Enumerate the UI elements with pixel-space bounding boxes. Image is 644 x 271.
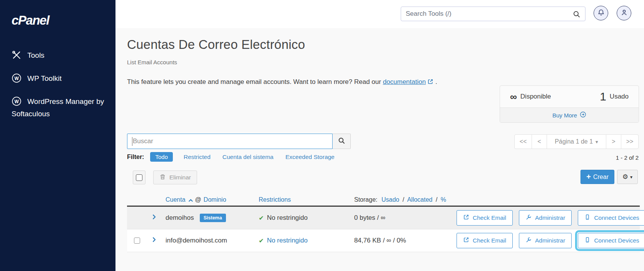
row-expand-cell (146, 214, 160, 222)
tool-search (401, 7, 585, 21)
documentation-link[interactable]: documentation (383, 78, 426, 85)
account-name: demoihos (166, 214, 194, 222)
external-link-icon (463, 214, 469, 222)
used-value: 1 (600, 91, 606, 102)
buy-more-link[interactable]: Buy More (500, 108, 639, 122)
slash-separator: / (403, 196, 404, 203)
row-checkbox[interactable] (134, 238, 140, 244)
main-content: Cuentas De Correo Electrónico List Email… (115, 28, 644, 271)
manage-button[interactable]: Administrar (519, 210, 572, 226)
row-account-cell: demoihos Sistema (160, 214, 254, 222)
wordpress-icon: W (12, 73, 22, 83)
row-actions-cell: Check Email Administrar Connect Devices (457, 233, 644, 248)
sidebar-item-wp-toolkit[interactable]: W WP Toolkit (0, 67, 115, 90)
pagination-page-label: Página 1 de 1 (555, 138, 593, 145)
restriction-status: No restringido (267, 214, 308, 222)
settings-button[interactable]: ⚙ ▾ (617, 170, 638, 184)
sort-storage-allocated-link[interactable]: Allocated (407, 196, 433, 203)
intro-sentence: This feature lets you create and manage … (127, 78, 381, 85)
system-badge: Sistema (200, 214, 226, 222)
row-account-cell: info@demoihost.com (160, 237, 254, 244)
mobile-device-icon (584, 214, 590, 222)
sort-domain-link[interactable]: Dominio (204, 196, 226, 203)
connect-devices-button-highlighted[interactable]: Connect Devices (578, 233, 644, 248)
check-icon: ✔ (259, 237, 264, 244)
filter-system-account[interactable]: Cuenta del sistema (222, 154, 274, 161)
check-email-button[interactable]: Check Email (457, 210, 513, 226)
quota-panel: ∞ Disponible 1 Usado Buy More (500, 85, 639, 123)
svg-text:W: W (14, 99, 19, 104)
check-email-label: Check Email (473, 237, 506, 244)
mobile-device-icon (584, 237, 590, 244)
wrench-icon (525, 237, 532, 244)
search-icon (573, 10, 580, 18)
pagination-next-button[interactable]: > (606, 134, 621, 149)
create-button[interactable]: + Crear (580, 170, 614, 184)
user-icon (620, 8, 628, 18)
connect-devices-label: Connect Devices (594, 237, 639, 244)
pagination-prev-button[interactable]: < (532, 134, 547, 149)
notifications-button[interactable] (594, 6, 608, 20)
plus-icon: + (586, 173, 591, 181)
bulk-actions: Eliminar (133, 171, 197, 184)
row-restrictions-cell: ✔ No restringido (254, 214, 349, 222)
row-storage-cell: 0 bytes / ∞ (349, 214, 457, 222)
filter-label: Filter: (127, 154, 144, 161)
search-tools-input[interactable] (401, 7, 585, 21)
user-menu-button[interactable] (617, 6, 631, 20)
filter-restricted[interactable]: Restricted (184, 154, 211, 161)
sort-storage-used-link[interactable]: Usado (381, 196, 399, 203)
filter-bar: Filter: Todo Restricted Cuenta del siste… (127, 152, 346, 162)
buy-more-label: Buy More (552, 112, 577, 119)
sidebar-nav: Tools W WP Toolkit W WordPress Manager b… (0, 44, 115, 125)
sort-ascending-icon (188, 197, 193, 202)
available-label: Disponible (520, 93, 551, 100)
quota-available: ∞ Disponible (510, 92, 551, 102)
row-expand-cell (146, 237, 160, 244)
check-email-button[interactable]: Check Email (457, 233, 513, 248)
chevron-right-icon[interactable] (151, 214, 157, 220)
delete-button[interactable]: Eliminar (153, 171, 197, 184)
account-name: info@demoihost.com (166, 237, 227, 244)
account-search-input[interactable] (127, 134, 332, 149)
manage-button[interactable]: Administrar (519, 233, 572, 248)
filter-all[interactable]: Todo (150, 152, 173, 162)
chevron-right-icon[interactable] (151, 237, 157, 243)
sort-storage-percent-link[interactable]: % (441, 196, 446, 203)
chevron-down-icon: ▾ (630, 174, 632, 180)
search-icon (338, 137, 345, 146)
pagination-last-button[interactable]: >> (621, 134, 639, 149)
check-email-label: Check Email (473, 214, 506, 221)
create-controls: + Crear ⚙ ▾ (580, 170, 638, 184)
connect-devices-button[interactable]: Connect Devices (578, 210, 644, 226)
trash-icon (159, 174, 166, 182)
filter-exceeded-storage[interactable]: Exceeded Storage (285, 154, 335, 161)
manage-label: Administrar (535, 214, 565, 221)
restriction-status-link[interactable]: No restringido (267, 237, 308, 244)
page-title: Cuentas De Correo Electrónico (127, 37, 305, 52)
table-row-account: info@demoihost.com ✔ No restringido 84,7… (127, 229, 640, 252)
row-checkbox-cell (127, 238, 146, 244)
select-all-button[interactable] (133, 171, 146, 184)
sidebar-item-wordpress-manager[interactable]: W WordPress Manager by Softaculous (0, 90, 115, 125)
sort-account-link[interactable]: Cuenta (166, 196, 186, 203)
sidebar-item-label: Tools (27, 51, 44, 59)
row-storage-cell: 84,76 KB / ∞ / 0% (349, 237, 457, 244)
sidebar-item-label: WordPress Manager by Softaculous (12, 97, 104, 118)
external-link-icon (463, 237, 469, 244)
delete-label: Eliminar (169, 174, 191, 181)
account-search-button[interactable] (333, 134, 351, 149)
check-icon: ✔ (259, 214, 264, 222)
topbar (115, 0, 644, 28)
pagination-range: 1 - 2 of 2 (616, 154, 639, 161)
page-subtitle: List Email Accounts (127, 59, 177, 65)
intro-text: This feature lets you create and manage … (127, 78, 437, 86)
tools-icon (12, 50, 22, 60)
sort-restrictions-link[interactable]: Restrictions (259, 196, 291, 203)
sidebar-item-tools[interactable]: Tools (0, 44, 115, 67)
select-all-checkbox[interactable] (136, 174, 142, 181)
header-account-domain: Cuenta @ Dominio (160, 196, 254, 203)
used-label: Usado (610, 93, 629, 100)
pagination-page-dropdown[interactable]: Página 1 de 1 ▾ (547, 134, 606, 149)
pagination-first-button[interactable]: << (514, 134, 532, 149)
